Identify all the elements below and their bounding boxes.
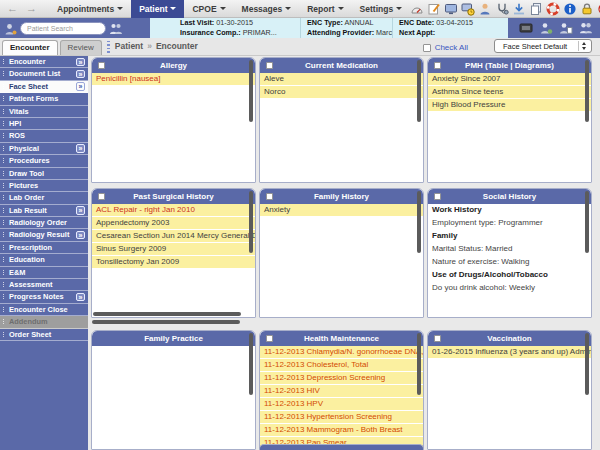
check-all[interactable]: Check All bbox=[423, 43, 468, 52]
list-item[interactable]: 01-26-2015 Influenza (3 years and up) Ad… bbox=[428, 346, 591, 359]
menu-appointments[interactable]: Appointments bbox=[49, 0, 131, 18]
vertical-scrollbar[interactable] bbox=[585, 60, 589, 122]
list-item[interactable]: Penicillin [nausea] bbox=[92, 73, 255, 86]
lock-icon[interactable] bbox=[580, 2, 594, 16]
vertical-scrollbar[interactable] bbox=[417, 333, 421, 395]
check-all-checkbox[interactable] bbox=[423, 44, 431, 52]
panel-header-past-surgical-history[interactable]: Past Surgical History bbox=[92, 189, 255, 204]
sidebar-item-ros[interactable]: ROS bbox=[0, 130, 88, 142]
list-item[interactable]: Marital Status: Married bbox=[428, 243, 591, 256]
sidebar-item-radiology-order[interactable]: Radiology Order bbox=[0, 217, 88, 229]
sidebar-item-education[interactable]: Education bbox=[0, 254, 88, 266]
horizontal-scrollbar[interactable] bbox=[92, 320, 240, 324]
list-item[interactable]: Norco bbox=[260, 86, 423, 99]
vertical-scrollbar[interactable] bbox=[249, 60, 253, 122]
list-item[interactable]: Use of Drugs/Alcohol/Tobacco bbox=[428, 269, 591, 282]
panel-checkbox[interactable] bbox=[266, 193, 273, 200]
menu-patient[interactable]: Patient bbox=[131, 0, 184, 18]
person-icon[interactable] bbox=[478, 2, 492, 16]
list-item[interactable]: Tonsillectomy Jan 2009 bbox=[92, 256, 255, 269]
panel-checkbox[interactable] bbox=[434, 62, 441, 69]
vertical-scrollbar[interactable] bbox=[417, 60, 421, 122]
gauge-icon[interactable] bbox=[410, 2, 424, 16]
submenu-arrow-icon[interactable]: » bbox=[76, 82, 85, 91]
patient-portal-icon[interactable] bbox=[539, 21, 554, 35]
list-item[interactable]: 11-12-2013 Depression Screening bbox=[260, 372, 423, 385]
sidebar-item-order-sheet[interactable]: Order Sheet bbox=[0, 329, 88, 341]
panel-checkbox[interactable] bbox=[434, 335, 441, 342]
panel-checkbox[interactable] bbox=[266, 335, 273, 342]
sidebar-item-document-list[interactable]: Document List» bbox=[0, 68, 88, 80]
menu-settings[interactable]: Settings bbox=[352, 0, 411, 18]
submenu-arrow-icon[interactable]: » bbox=[76, 58, 85, 67]
panel-checkbox[interactable] bbox=[266, 62, 273, 69]
sidebar-item-hpi[interactable]: HPI bbox=[0, 118, 88, 130]
list-item[interactable]: 11-12-2013 Hypertension Screening bbox=[260, 411, 423, 424]
sidebar-item-face-sheet[interactable]: Face Sheet» bbox=[0, 81, 88, 93]
sidebar-item-encounter-close[interactable]: Encounter Close bbox=[0, 304, 88, 316]
life-ring-icon[interactable] bbox=[546, 2, 560, 16]
vertical-scrollbar[interactable] bbox=[249, 333, 253, 395]
sidebar-item-e-m[interactable]: E&M bbox=[0, 267, 88, 279]
sidebar-item-pictures[interactable]: Pictures bbox=[0, 180, 88, 192]
vertical-scrollbar[interactable] bbox=[585, 333, 589, 395]
panel-header-vaccination[interactable]: Vaccination bbox=[428, 331, 591, 346]
sidebar-item-encounter[interactable]: Encounter» bbox=[0, 56, 88, 68]
panel-header-health-maintenance[interactable]: Health Maintenance bbox=[260, 331, 423, 346]
panel-header-allergy[interactable]: Allergy bbox=[92, 58, 255, 73]
menu-messages[interactable]: Messages bbox=[234, 0, 300, 18]
kiosk-icon[interactable] bbox=[519, 21, 534, 35]
list-item[interactable]: Nature of exercise: Walking bbox=[428, 256, 591, 269]
panel-header-pmh-table-diagrams[interactable]: PMH (Table | Diagrams) bbox=[428, 58, 591, 73]
tab-review[interactable]: Review bbox=[60, 40, 102, 55]
submenu-arrow-icon[interactable]: » bbox=[76, 206, 85, 215]
stethoscope-icon[interactable] bbox=[495, 2, 509, 16]
list-item[interactable]: 11-12-2013 Mammogram - Both Breast bbox=[260, 424, 423, 437]
list-item[interactable]: Employment type: Programmer bbox=[428, 217, 591, 230]
panel-header-current-medication[interactable]: Current Medication bbox=[260, 58, 423, 73]
list-item[interactable]: Sinus Surgery 2009 bbox=[92, 243, 255, 256]
sidebar-item-assessment[interactable]: Assessment bbox=[0, 279, 88, 291]
submenu-arrow-icon[interactable]: » bbox=[76, 144, 85, 153]
sidebar-item-patient-forms[interactable]: Patient Forms bbox=[0, 93, 88, 105]
sidebar-item-lab-result[interactable]: Lab Result» bbox=[0, 205, 88, 217]
submenu-arrow-icon[interactable]: » bbox=[76, 231, 85, 240]
list-item[interactable]: 11-12-2013 HIV bbox=[260, 385, 423, 398]
panel-header-family-history[interactable]: Family History bbox=[260, 189, 423, 204]
back-button[interactable]: ← bbox=[3, 0, 22, 17]
vertical-scrollbar[interactable] bbox=[417, 191, 421, 253]
list-item[interactable]: ACL Repair - right Jan 2010 bbox=[92, 204, 255, 217]
menu-report[interactable]: Report bbox=[299, 0, 351, 18]
sidebar-item-lab-order[interactable]: Lab Order bbox=[0, 192, 88, 204]
panel-checkbox[interactable] bbox=[98, 62, 105, 69]
sidebar-item-progress-notes[interactable]: Progress Notes» bbox=[0, 291, 88, 303]
panel-checkbox[interactable] bbox=[434, 193, 441, 200]
compose-icon[interactable] bbox=[427, 2, 441, 16]
vertical-scrollbar[interactable] bbox=[249, 191, 253, 253]
list-item[interactable]: Aleve bbox=[260, 73, 423, 86]
user-icon[interactable] bbox=[4, 22, 17, 35]
sidebar-item-vitals[interactable]: Vitals bbox=[0, 106, 88, 118]
panel-header-family-practice[interactable]: Family Practice bbox=[92, 331, 255, 346]
patient-list-icon[interactable] bbox=[109, 22, 122, 35]
patient-notes-icon[interactable] bbox=[559, 21, 574, 35]
sidebar-item-procedures[interactable]: Procedures bbox=[0, 155, 88, 167]
list-item[interactable]: Work History bbox=[428, 204, 591, 217]
sidebar-drag-handle[interactable] bbox=[107, 41, 110, 54]
list-item[interactable]: High Blood Pressure bbox=[428, 99, 591, 112]
face-sheet-view-select[interactable]: Face Sheet Default bbox=[494, 39, 592, 53]
patient-search-input[interactable] bbox=[20, 22, 106, 35]
breadcrumb-patient[interactable]: Patient bbox=[115, 38, 143, 55]
horizontal-scrollbar[interactable] bbox=[93, 312, 241, 316]
list-item[interactable]: 11-12-2013 HPV bbox=[260, 398, 423, 411]
list-item[interactable]: Asthma Since teens bbox=[428, 86, 591, 99]
list-item[interactable]: 11-12-2013 Cholesterol, Total bbox=[260, 359, 423, 372]
submenu-arrow-icon[interactable]: » bbox=[76, 293, 85, 302]
monitor-icon[interactable] bbox=[444, 2, 458, 16]
info-icon[interactable] bbox=[563, 2, 577, 16]
copy-documents-icon[interactable] bbox=[529, 2, 543, 16]
list-item[interactable]: Appendectomy 2003 bbox=[92, 217, 255, 230]
forward-button[interactable]: → bbox=[22, 0, 41, 17]
panel-checkbox[interactable] bbox=[98, 193, 105, 200]
tab-encounter[interactable]: Encounter bbox=[2, 40, 58, 55]
